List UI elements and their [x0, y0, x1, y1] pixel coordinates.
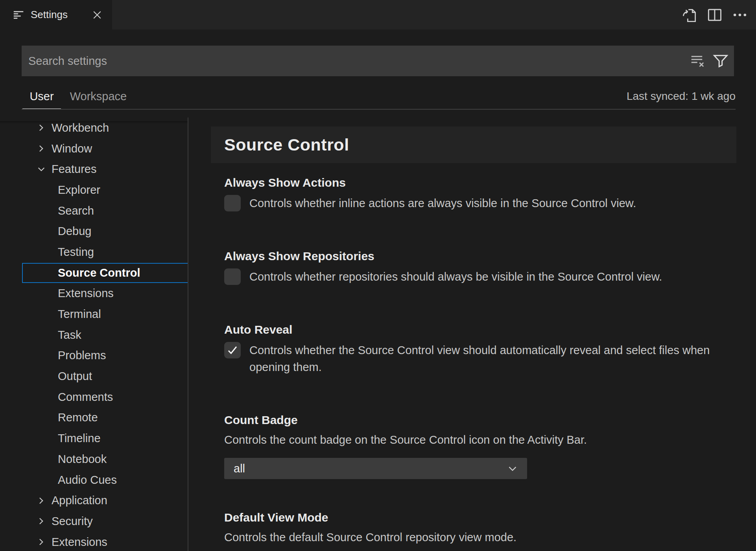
toc-item-label: Extensions — [52, 536, 107, 549]
toc-item-workbench[interactable]: Workbench — [0, 118, 188, 138]
settings-list: Always Show ActionsControls whether inli… — [224, 163, 736, 551]
editor-actions — [680, 0, 749, 29]
section-header-band: Source Control — [211, 127, 736, 163]
toc-item-label: Source Control — [58, 266, 140, 279]
tab-settings[interactable]: Settings — [0, 0, 112, 29]
split-editor-icon[interactable] — [706, 6, 724, 24]
toc-item-source-control[interactable]: Source Control — [0, 263, 188, 283]
toc-item-label: Testing — [58, 246, 94, 259]
toc-item-label: Search — [58, 204, 94, 217]
setting-description: Controls the default Source Control repo… — [224, 529, 736, 546]
open-settings-json-icon[interactable] — [680, 6, 699, 24]
setting-title: Always Show Repositories — [224, 250, 736, 263]
toc-item-application[interactable]: Application — [0, 490, 188, 511]
settings-scope-row: User Workspace Last synced: 1 wk ago — [0, 84, 756, 109]
close-icon[interactable] — [90, 8, 104, 22]
setting-count-badge: Count BadgeControls the count badge on t… — [224, 413, 736, 479]
setting-auto-reveal: Auto RevealControls whether the Source C… — [224, 323, 736, 376]
toc-item-comments[interactable]: Comments — [0, 387, 188, 408]
setting-description: Controls whether inline actions are alwa… — [249, 195, 636, 212]
toc-item-label: Problems — [58, 349, 106, 362]
dropdown-count-badge[interactable]: all — [224, 458, 527, 479]
toc-item-window[interactable]: Window — [0, 138, 188, 159]
toc-item-label: Extensions — [58, 287, 114, 300]
toc-item-label: Audio Cues — [58, 474, 117, 487]
clear-search-results-icon[interactable] — [689, 52, 706, 70]
chevron-right-icon[interactable] — [36, 143, 46, 154]
setting-always-show-repositories: Always Show RepositoriesControls whether… — [224, 250, 736, 285]
toc-item-explorer[interactable]: Explorer — [0, 180, 188, 200]
settings-search-input[interactable]: Search settings — [22, 46, 734, 76]
toc-item-audio-cues[interactable]: Audio Cues — [0, 470, 188, 490]
search-placeholder: Search settings — [22, 55, 689, 68]
toc-item-label: Timeline — [58, 432, 101, 445]
toc-item-extensions[interactable]: Extensions — [0, 283, 188, 304]
toc-item-search[interactable]: Search — [0, 200, 188, 221]
toc-item-label: Task — [58, 329, 81, 342]
setting-default-view-mode: Default View ModeControls the default So… — [224, 511, 736, 546]
toc-item-label: Debug — [58, 225, 91, 238]
toc-item-debug[interactable]: Debug — [0, 221, 188, 242]
chevron-right-icon[interactable] — [36, 496, 46, 506]
settings-toc-tree: WorkbenchWindowFeaturesExplorerSearchDeb… — [0, 118, 188, 551]
chevron-right-icon[interactable] — [36, 123, 46, 133]
tab-label: Settings — [31, 9, 68, 21]
dropdown-value: all — [224, 462, 245, 475]
chevron-down-icon[interactable] — [36, 164, 46, 174]
setting-description: Controls whether the Source Control view… — [249, 342, 717, 376]
toc-item-output[interactable]: Output — [0, 366, 188, 387]
toc-item-label: Notebook — [58, 453, 107, 466]
scope-separator — [22, 109, 736, 110]
last-synced-status: Last synced: 1 wk ago — [627, 84, 736, 108]
checkbox-unchecked[interactable] — [224, 195, 241, 211]
toc-item-label: Security — [52, 515, 93, 528]
setting-always-show-actions: Always Show ActionsControls whether inli… — [224, 176, 736, 212]
setting-title: Default View Mode — [224, 511, 736, 524]
more-actions-icon[interactable] — [731, 6, 749, 24]
toc-item-label: Comments — [58, 391, 113, 404]
checkbox-checked[interactable] — [224, 342, 241, 358]
toc-item-label: Features — [52, 163, 96, 176]
setting-title: Always Show Actions — [224, 176, 736, 189]
setting-title: Count Badge — [224, 413, 736, 427]
toc-item-task[interactable]: Task — [0, 325, 188, 345]
toc-item-testing[interactable]: Testing — [0, 242, 188, 263]
toc-item-label: Remote — [58, 411, 98, 424]
setting-title: Auto Reveal — [224, 323, 736, 336]
toc-item-features[interactable]: Features — [0, 159, 188, 180]
checkbox-unchecked[interactable] — [224, 268, 241, 285]
toc-item-terminal[interactable]: Terminal — [0, 304, 188, 325]
chevron-down-icon — [507, 463, 518, 475]
toc-item-extensions[interactable]: Extensions — [0, 532, 188, 551]
toc-item-label: Output — [58, 370, 92, 383]
page-title: Source Control — [224, 135, 349, 154]
toc-item-label: Terminal — [58, 308, 101, 321]
toc-item-label: Workbench — [52, 121, 109, 134]
toc-item-notebook[interactable]: Notebook — [0, 449, 188, 470]
setting-description: Controls whether repositories should alw… — [249, 268, 662, 285]
toc-item-timeline[interactable]: Timeline — [0, 428, 188, 449]
chevron-right-icon[interactable] — [36, 516, 46, 526]
toc-item-label: Window — [52, 142, 92, 155]
toc-item-remote[interactable]: Remote — [0, 408, 188, 428]
setting-description: Controls the count badge on the Source C… — [224, 432, 736, 448]
toc-item-label: Explorer — [58, 184, 100, 197]
chevron-right-icon[interactable] — [36, 537, 46, 547]
filter-icon[interactable] — [712, 52, 729, 70]
settings-list-icon — [13, 9, 25, 21]
toc-item-security[interactable]: Security — [0, 511, 188, 532]
tab-workspace[interactable]: Workspace — [63, 84, 134, 108]
editor-tab-bar: Settings — [0, 0, 756, 29]
toc-item-problems[interactable]: Problems — [0, 345, 188, 366]
toc-item-label: Application — [52, 494, 107, 507]
sidebar-divider[interactable] — [188, 118, 188, 551]
tab-user[interactable]: User — [22, 84, 61, 108]
